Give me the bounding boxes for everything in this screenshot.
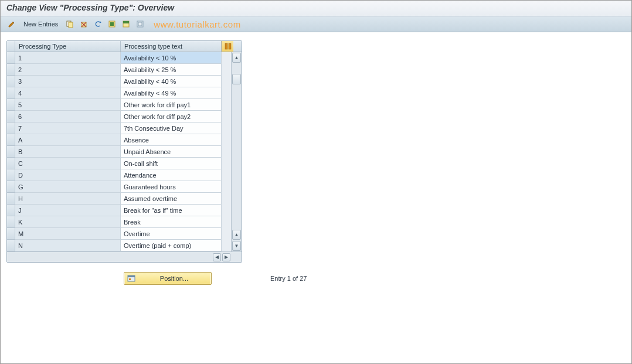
select-all-icon[interactable] xyxy=(106,18,118,30)
cell-text[interactable]: 7th Consecutive Day xyxy=(121,123,222,134)
cell-type[interactable]: N xyxy=(15,240,121,251)
cell-type[interactable]: 1 xyxy=(15,52,121,64)
table-row[interactable]: 6Other work for diff pay2 xyxy=(7,111,231,123)
scroll-right-icon[interactable]: ▶ xyxy=(222,253,230,261)
table-row[interactable]: 77th Consecutive Day xyxy=(7,123,231,134)
cell-type[interactable]: 3 xyxy=(15,76,121,87)
cell-text[interactable]: Overtime xyxy=(121,228,222,240)
scroll-up-icon[interactable]: ▲ xyxy=(232,53,241,63)
toggle-change-icon[interactable] xyxy=(5,18,18,30)
cell-text[interactable]: Attendance xyxy=(121,169,222,181)
delete-icon[interactable] xyxy=(77,18,90,30)
cell-text[interactable]: Availability < 49 % xyxy=(121,87,222,99)
configure-columns-icon[interactable] xyxy=(222,41,233,52)
svg-rect-9 xyxy=(225,43,227,49)
cell-type[interactable]: G xyxy=(15,181,121,193)
scroll-down-icon[interactable]: ▼ xyxy=(232,241,241,251)
table-row[interactable]: COn-call shift xyxy=(7,158,231,169)
cell-text[interactable]: On-call shift xyxy=(121,158,222,169)
row-selector[interactable] xyxy=(7,228,15,240)
cell-text[interactable]: Break xyxy=(121,216,222,228)
table: Processing Type Processing type text 1Av… xyxy=(6,40,242,263)
row-selector[interactable] xyxy=(7,123,15,134)
cell-text[interactable]: Assumed overtime xyxy=(121,193,222,205)
position-icon xyxy=(127,274,136,283)
cell-text[interactable]: Guaranteed hours xyxy=(121,181,222,193)
row-selector[interactable] xyxy=(7,158,15,169)
table-row[interactable]: KBreak xyxy=(7,216,231,228)
row-selector[interactable] xyxy=(7,169,15,181)
table-row[interactable]: JBreak for "as if" time xyxy=(7,205,231,216)
cell-text[interactable]: Other work for diff pay2 xyxy=(121,111,222,123)
cell-type[interactable]: M xyxy=(15,228,121,240)
undo-icon[interactable] xyxy=(91,18,104,30)
row-selector[interactable] xyxy=(7,216,15,228)
table-header: Processing Type Processing type text xyxy=(7,41,242,52)
svg-rect-10 xyxy=(229,43,231,49)
new-entries-button[interactable]: New Entries xyxy=(19,18,62,30)
cell-text[interactable]: Overtime (paid + comp) xyxy=(121,240,222,251)
column-header-text[interactable]: Processing type text xyxy=(121,41,222,52)
cell-type[interactable]: 2 xyxy=(15,64,121,76)
cell-text[interactable]: Availability < 10 % xyxy=(121,52,222,64)
cell-type[interactable]: C xyxy=(15,158,121,169)
table-row[interactable]: 3Availability < 40 % xyxy=(7,76,231,87)
svg-rect-1 xyxy=(69,22,73,28)
cell-type[interactable]: B xyxy=(15,146,121,158)
scroll-down-small-icon[interactable]: ▲ xyxy=(232,230,241,240)
cell-type[interactable]: K xyxy=(15,216,121,228)
table-row[interactable]: BUnpaid Absence xyxy=(7,146,231,158)
table-row[interactable]: MOvertime xyxy=(7,228,231,240)
cell-type[interactable]: 7 xyxy=(15,123,121,134)
table-row[interactable]: 4Availability < 49 % xyxy=(7,87,231,99)
column-header-type[interactable]: Processing Type xyxy=(15,41,121,52)
position-button[interactable]: Position... xyxy=(124,272,212,285)
cell-text[interactable]: Other work for diff pay1 xyxy=(121,99,222,111)
row-selector[interactable] xyxy=(7,111,15,123)
page-title: Change View "Processing Type": Overview xyxy=(6,3,626,12)
table-row[interactable]: 5Other work for diff pay1 xyxy=(7,99,231,111)
cell-type[interactable]: 6 xyxy=(15,111,121,123)
table-row[interactable]: AAbsence xyxy=(7,134,231,146)
table-row[interactable]: DAttendance xyxy=(7,169,231,181)
cell-type[interactable]: H xyxy=(15,193,121,205)
row-selector[interactable] xyxy=(7,240,15,251)
scroll-left-icon[interactable]: ◀ xyxy=(213,253,221,261)
cell-text[interactable]: Availability < 25 % xyxy=(121,64,222,76)
row-selector-header[interactable] xyxy=(7,41,15,52)
row-selector[interactable] xyxy=(7,205,15,216)
cell-type[interactable]: 5 xyxy=(15,99,121,111)
scroll-thumb[interactable] xyxy=(232,74,241,84)
cell-text[interactable]: Break for "as if" time xyxy=(121,205,222,216)
cell-text[interactable]: Availability < 40 % xyxy=(121,76,222,87)
title-bar: Change View "Processing Type": Overview xyxy=(1,1,631,16)
row-selector[interactable] xyxy=(7,64,15,76)
cell-type[interactable]: A xyxy=(15,134,121,146)
table-row[interactable]: 1Availability < 10 % xyxy=(7,52,231,64)
cell-type[interactable]: J xyxy=(15,205,121,216)
horizontal-scrollbar[interactable]: ◀ ▶ xyxy=(7,251,242,262)
content-area: Processing Type Processing type text 1Av… xyxy=(1,32,631,293)
table-row[interactable]: 2Availability < 25 % xyxy=(7,64,231,76)
cell-text[interactable]: Absence xyxy=(121,134,222,146)
copy-icon[interactable] xyxy=(63,18,76,30)
select-block-icon[interactable] xyxy=(120,18,132,30)
table-row[interactable]: GGuaranteed hours xyxy=(7,181,231,193)
row-selector[interactable] xyxy=(7,181,15,193)
vertical-scrollbar[interactable]: ▲ ▲ ▼ xyxy=(231,52,242,251)
row-selector[interactable] xyxy=(7,146,15,158)
table-row[interactable]: NOvertime (paid + comp) xyxy=(7,240,231,251)
table-row[interactable]: HAssumed overtime xyxy=(7,193,231,205)
scroll-track[interactable] xyxy=(232,63,242,229)
svg-rect-13 xyxy=(129,278,131,280)
row-selector[interactable] xyxy=(7,52,15,64)
row-selector[interactable] xyxy=(7,193,15,205)
cell-type[interactable]: 4 xyxy=(15,87,121,99)
cell-text[interactable]: Unpaid Absence xyxy=(121,146,222,158)
row-selector[interactable] xyxy=(7,99,15,111)
row-selector[interactable] xyxy=(7,134,15,146)
cell-type[interactable]: D xyxy=(15,169,121,181)
row-selector[interactable] xyxy=(7,87,15,99)
deselect-all-icon[interactable] xyxy=(134,18,147,30)
row-selector[interactable] xyxy=(7,76,15,87)
